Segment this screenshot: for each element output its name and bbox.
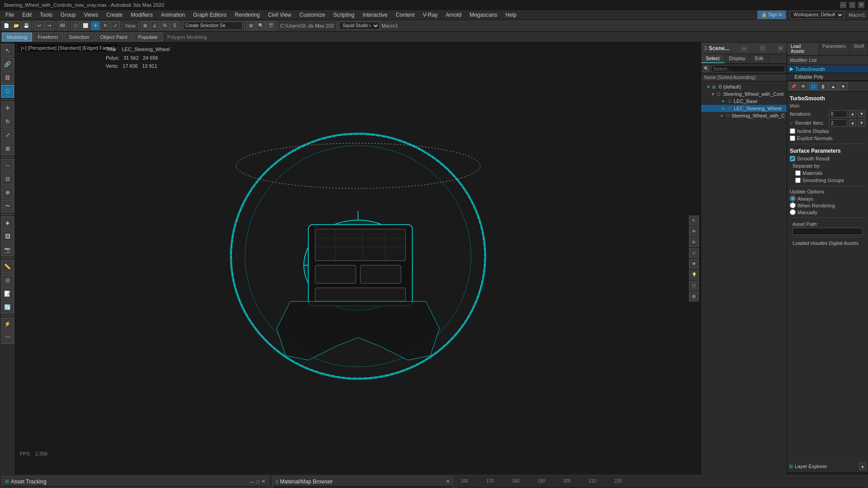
smooth-result-check[interactable] [790, 156, 795, 161]
save-btn[interactable]: 💾 [22, 21, 31, 30]
squash-tool[interactable]: ⊞ [1, 142, 14, 155]
render-btn[interactable]: 🎬 [266, 21, 275, 30]
object-paint-btn[interactable]: Object Paint [95, 33, 132, 42]
timeline-track[interactable] [457, 486, 866, 488]
menu-help[interactable]: Help [502, 11, 520, 19]
explicit-normals-check[interactable] [790, 136, 795, 141]
tab-edit[interactable]: Edit [750, 54, 769, 63]
rotate-btn[interactable]: ↻ [101, 21, 110, 30]
menu-create[interactable]: Create [103, 11, 126, 19]
menu-animation[interactable]: Animation [157, 11, 189, 19]
tree-item-lec-base[interactable]: ● ⬡ LEC_Base [701, 98, 787, 105]
selection-btn[interactable]: Selection [64, 33, 94, 42]
menu-content[interactable]: Content [392, 11, 418, 19]
material-tool[interactable]: ◈ [1, 216, 14, 229]
menu-modifiers[interactable]: Modifiers [127, 11, 156, 19]
move-tool[interactable]: ✛ [1, 102, 14, 114]
studio-select[interactable]: Squid Studio v [339, 22, 380, 30]
always-radio[interactable] [790, 196, 796, 202]
xref-tool[interactable]: 🔄 [1, 301, 14, 314]
vp-camera-icon[interactable]: 👁 [689, 259, 699, 269]
new-btn[interactable]: 📄 [2, 21, 11, 30]
manually-radio[interactable] [790, 209, 796, 215]
render-iters-down[interactable]: ▼ [858, 119, 865, 127]
vp-scale-icon[interactable]: ⤢ [689, 248, 699, 258]
open-btn[interactable]: 📂 [12, 21, 21, 30]
mod-up-btn[interactable]: ▲ [829, 82, 838, 90]
scene-expl-btn[interactable]: 🔍 [256, 21, 265, 30]
menu-customize[interactable]: Customize [296, 11, 329, 19]
scene-search-input[interactable] [711, 65, 785, 72]
when-rendering-radio[interactable] [790, 202, 796, 208]
tab-display[interactable]: Display [725, 54, 750, 63]
render-iters-input[interactable] [829, 119, 847, 127]
layer-explorer-toggle[interactable]: ▲ [859, 463, 866, 470]
select-tool[interactable]: ↖ [1, 44, 14, 57]
scale-tool[interactable]: ⤢ [1, 129, 14, 141]
tree-item-object1[interactable]: ▼ ⬡ Steering_Wheel_with_Cont [701, 90, 787, 98]
undo-btn[interactable]: ↩ [35, 21, 44, 30]
isoline-check[interactable] [790, 128, 795, 134]
asset-path-input[interactable] [793, 228, 863, 235]
workspace-select[interactable]: Workspaces: Default [790, 11, 844, 19]
render-iters-up[interactable]: ▲ [849, 119, 856, 127]
scene-panel-close[interactable]: ✕ [778, 45, 784, 52]
flex-tool[interactable]: 〰 [1, 331, 14, 344]
reactor-tool[interactable]: ⚡ [1, 318, 14, 330]
snap-btn[interactable]: ⊞ [141, 21, 150, 30]
iterations-up[interactable]: ▲ [849, 110, 856, 117]
menu-views[interactable]: Views [80, 11, 102, 19]
populate-btn[interactable]: Populate [133, 33, 162, 42]
camera-tool[interactable]: 📷 [1, 244, 14, 256]
measure-tool[interactable]: 📏 [1, 260, 14, 273]
align-tool[interactable]: ⊟ [1, 173, 14, 185]
select-obj-btn[interactable]: ⬡ [71, 21, 80, 30]
asset-panel-max[interactable]: □ [256, 479, 259, 484]
materials-check[interactable] [795, 170, 801, 176]
hierarchy-tool[interactable]: ⊕ [1, 186, 14, 199]
mod-down-btn[interactable]: ▼ [839, 82, 848, 90]
vp-move-icon[interactable]: ✛ [689, 226, 699, 236]
menu-graph-editors[interactable]: Graph Editors [189, 11, 230, 19]
menu-vray[interactable]: V-Ray [419, 11, 441, 19]
menu-megascans[interactable]: Megascans [466, 11, 501, 19]
scene-panel-max[interactable]: □ [760, 45, 766, 52]
modeling-btn[interactable]: Modeling [2, 33, 32, 42]
vp-filter-icon[interactable]: ⬡ [689, 281, 699, 291]
curve-editor-tool[interactable]: 〜 [1, 200, 14, 212]
move-btn[interactable]: ✛ [91, 21, 100, 30]
menu-rendering[interactable]: Rendering [231, 11, 263, 19]
selection-filter[interactable] [184, 22, 242, 30]
turbosmooth-entry[interactable]: ▶ TurboSmooth [787, 65, 868, 73]
angle-snap-btn[interactable]: ∠ [151, 21, 160, 30]
rotate-tool[interactable]: ↻ [1, 115, 14, 128]
tab-load-assets[interactable]: Load Assets [787, 42, 819, 55]
menu-tools[interactable]: Tools [36, 11, 56, 19]
menu-scripting[interactable]: Scripting [330, 11, 358, 19]
vp-rotate-icon[interactable]: ↻ [689, 237, 699, 247]
tab-parameters[interactable]: Parameters [819, 42, 850, 55]
iterations-down[interactable]: ▼ [858, 110, 865, 117]
minimize-btn[interactable]: — [840, 2, 846, 8]
freeform-btn[interactable]: Freeform [33, 33, 63, 42]
reference-tool[interactable]: ◎ [1, 274, 14, 286]
tab-shelf[interactable]: Shelf [850, 42, 868, 55]
menu-group[interactable]: Group [57, 11, 79, 19]
scale-btn[interactable]: ⤢ [111, 21, 120, 30]
mod-show-btn[interactable]: 👁 [799, 82, 808, 90]
maximize-btn[interactable]: □ [849, 2, 855, 8]
select-all-btn[interactable]: All [58, 21, 67, 30]
sign-in-btn[interactable]: 🔒 Sign In [757, 10, 786, 19]
smoothing-groups-check[interactable] [795, 178, 801, 183]
redo-btn[interactable]: ↪ [45, 21, 54, 30]
window-controls[interactable]: — □ ✕ [840, 2, 864, 8]
note-tool[interactable]: 📝 [1, 287, 14, 300]
layer-mgr-btn[interactable]: ⊞ [246, 21, 255, 30]
material-panel-close[interactable]: ✕ [446, 479, 450, 484]
menu-interactive[interactable]: Interactive [359, 11, 391, 19]
tree-item-lec-wheel[interactable]: ● ⬡ LEC_Steering_Wheel [701, 105, 787, 112]
mod-pin-btn[interactable]: 📌 [789, 82, 798, 90]
mirror-tool[interactable]: ↔ [1, 159, 14, 172]
editable-poly-entry[interactable]: Editable Poly [787, 73, 868, 81]
menu-edit[interactable]: Edit [19, 11, 35, 19]
